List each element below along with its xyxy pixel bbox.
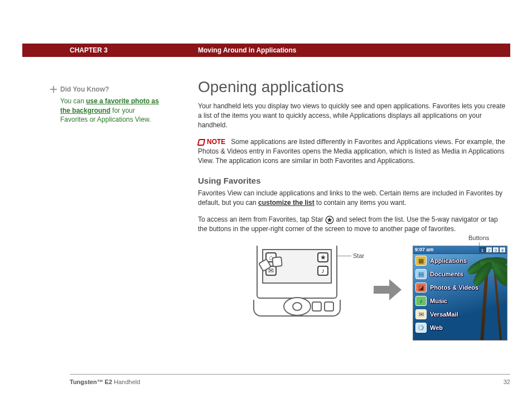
favorites-item-label: Applications bbox=[430, 257, 467, 264]
note-icon bbox=[198, 139, 205, 146]
favorites-item-icon: ▦ bbox=[415, 256, 427, 266]
footer-rule bbox=[70, 374, 510, 375]
footer-product-name: Tungsten™ E2 bbox=[70, 379, 112, 385]
favorites-item[interactable]: ▤Documents bbox=[413, 267, 507, 281]
dyk-text-pre: You can bbox=[60, 97, 86, 105]
favorites-item-icon: ❍ bbox=[415, 323, 427, 333]
hw-button-2 bbox=[272, 256, 283, 267]
figure-area: Buttons Star ⌂ ✉ ★ ♪ bbox=[198, 234, 510, 346]
did-you-know-body: You can use a favorite photo as the back… bbox=[60, 97, 161, 124]
favorites-item-label: Music bbox=[430, 298, 447, 304]
favorites-para-2: To access an item from Favorites, tap St… bbox=[198, 215, 507, 234]
note-text: Some applications are listed differently… bbox=[198, 138, 505, 165]
favorites-item-icon: ✉ bbox=[415, 309, 427, 319]
footer-product: Tungsten™ E2 Handheld bbox=[70, 379, 140, 385]
page-tab-1[interactable]: 1 bbox=[479, 247, 486, 253]
callout-buttons-label: Buttons bbox=[468, 234, 489, 241]
favorites-item[interactable]: ▦Applications bbox=[413, 254, 507, 267]
dpad-center bbox=[292, 302, 302, 311]
favorites-item[interactable]: ❍Web bbox=[413, 321, 507, 334]
did-you-know-box: Did You Know? You can use a favorite pho… bbox=[60, 85, 161, 124]
favorites-item-icon: ◪ bbox=[415, 282, 427, 293]
intro-paragraph: Your handheld lets you display two views… bbox=[198, 102, 507, 130]
did-you-know-heading: Did You Know? bbox=[60, 85, 161, 94]
favorites-item-icon: ▤ bbox=[415, 269, 427, 279]
screenshot-time: 9:07 am bbox=[415, 247, 434, 252]
favorites-item-label: Documents bbox=[430, 271, 463, 277]
page-tab-4[interactable]: 4 bbox=[499, 247, 506, 253]
page-number: 32 bbox=[504, 379, 510, 385]
chapter-header: CHAPTER 3 Moving Around in Applications bbox=[22, 44, 510, 57]
favorites-item-label: Photos & Videos bbox=[430, 284, 478, 291]
fav-p1-b: to contain any items you want. bbox=[315, 199, 407, 207]
page-tab-3[interactable]: 3 bbox=[492, 247, 499, 253]
callout-star-label: Star bbox=[353, 252, 364, 259]
plus-icon bbox=[50, 86, 57, 93]
arrow-icon bbox=[374, 279, 402, 300]
main-content: Opening applications Your handheld lets … bbox=[198, 78, 507, 242]
note-label: NOTE bbox=[207, 138, 225, 146]
screenshot-topbar: 9:07 am 1 2 3 4 bbox=[413, 246, 507, 254]
chapter-title: Moving Around in Applications bbox=[198, 46, 296, 54]
chapter-number: CHAPTER 3 bbox=[70, 46, 108, 54]
favorites-list: ▦Applications▤Documents◪Photos & Videos♪… bbox=[413, 254, 507, 334]
favorites-item-label: Web bbox=[430, 324, 443, 331]
screen-music-icon: ♪ bbox=[317, 266, 328, 276]
favorites-item-label: VersaMail bbox=[430, 311, 458, 318]
favorites-item[interactable]: ♪Music bbox=[413, 294, 507, 308]
page-tab-2[interactable]: 2 bbox=[486, 247, 492, 253]
hw-button-4 bbox=[324, 301, 334, 312]
favorites-item-icon: ♪ bbox=[415, 296, 427, 306]
device-illustration: ⌂ ✉ ★ ♪ bbox=[251, 246, 343, 338]
footer-product-rest: Handheld bbox=[112, 379, 140, 385]
favorites-screenshot: 9:07 am 1 2 3 4 ▦Applications▤Documents◪… bbox=[413, 246, 507, 341]
favorites-item[interactable]: ◪Photos & Videos bbox=[413, 281, 507, 294]
page: CHAPTER 3 Moving Around in Applications … bbox=[0, 0, 532, 412]
hw-button-3 bbox=[312, 301, 322, 312]
dpad bbox=[283, 297, 311, 316]
customize-list-link[interactable]: customize the list bbox=[258, 199, 315, 207]
screen-star-icon: ★ bbox=[317, 252, 328, 262]
star-icon bbox=[325, 215, 334, 224]
page-title: Opening applications bbox=[198, 78, 507, 96]
favorites-para-1: Favorites View can include applications … bbox=[198, 189, 507, 208]
fav-p2-a: To access an item from Favorites, tap St… bbox=[198, 215, 325, 223]
favorites-item[interactable]: ✉VersaMail bbox=[413, 308, 507, 321]
page-tabs: 1 2 3 4 bbox=[479, 247, 506, 253]
note-block: NOTE Some applications are listed differ… bbox=[198, 137, 507, 165]
section-heading: Using Favorites bbox=[198, 176, 507, 185]
